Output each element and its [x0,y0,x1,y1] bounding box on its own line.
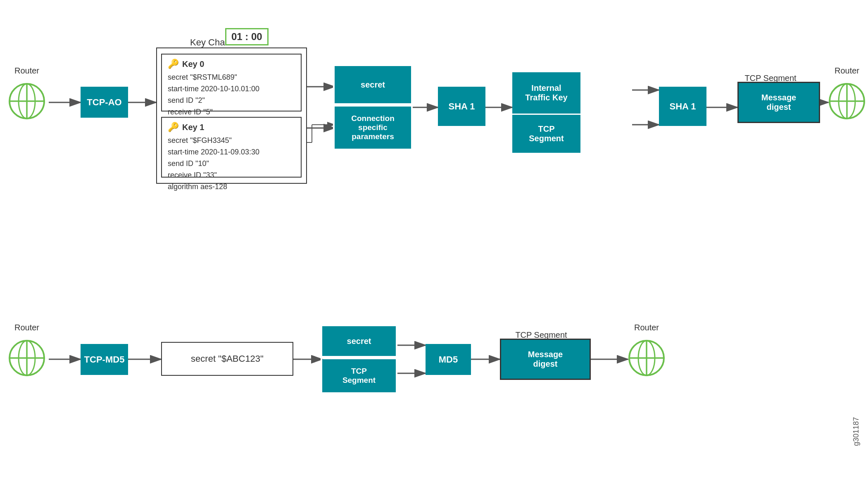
router-left-top [8,83,45,120]
key1-box: 🔑 Key 1 secret "$FGH3345" start-time 202… [161,117,302,178]
key0-title: 🔑 Key 0 [168,59,295,69]
key1-title: 🔑 Key 1 [168,122,295,133]
router-right-bottom [628,339,665,377]
time-badge: 01 : 00 [225,28,269,45]
sha1-first-box: SHA 1 [438,87,485,126]
message-digest-bottom-outer: Message digest [500,339,591,380]
secret-conn-split-box: secret Connection specific parameters [335,66,411,149]
diagram-container: Router TCP-AO Key Chain 01 : 00 🔑 Key 0 … [0,0,868,479]
sha1-second-box: SHA 1 [659,87,706,126]
connection-params-box: Connection specific parameters [335,107,411,149]
message-digest-bottom-inner: Message digest [501,340,590,379]
router-left-bottom-label: Router [8,323,45,332]
tcp-segment-bottom-box: TCP Segment [322,359,396,392]
fig-label: g301187 [852,417,861,446]
message-digest-top-outer: Message digest [737,82,820,123]
arrows-overlay [0,0,868,479]
md5-box: MD5 [426,344,471,375]
secret-tcp-split-box-bottom: secret TCP Segment [322,326,396,392]
tcpmd5-box: TCP-MD5 [81,344,128,375]
tcpao-box: TCP-AO [81,87,128,118]
key0-box: 🔑 Key 0 secret "$RSTML689" start-time 20… [161,54,302,111]
router-left-top-label: Router [8,66,45,76]
tcp-segment-mid-box: TCP Segment [512,115,580,153]
message-digest-top-inner: Message digest [739,83,819,122]
secret-bottom-box: secret "$ABC123" [161,342,293,376]
router-right-bottom-label: Router [628,323,665,332]
router-right-top [828,83,866,120]
secret-box-top: secret [335,66,411,103]
router-right-top-label: Router [828,66,866,76]
secret-box-bottom: secret [322,326,396,356]
key1-text: secret "$FGH3345" start-time 2020-11-09.… [168,135,295,192]
router-left-bottom [8,339,45,377]
internal-traffic-key-box: Internal Traffic Key [512,72,580,114]
